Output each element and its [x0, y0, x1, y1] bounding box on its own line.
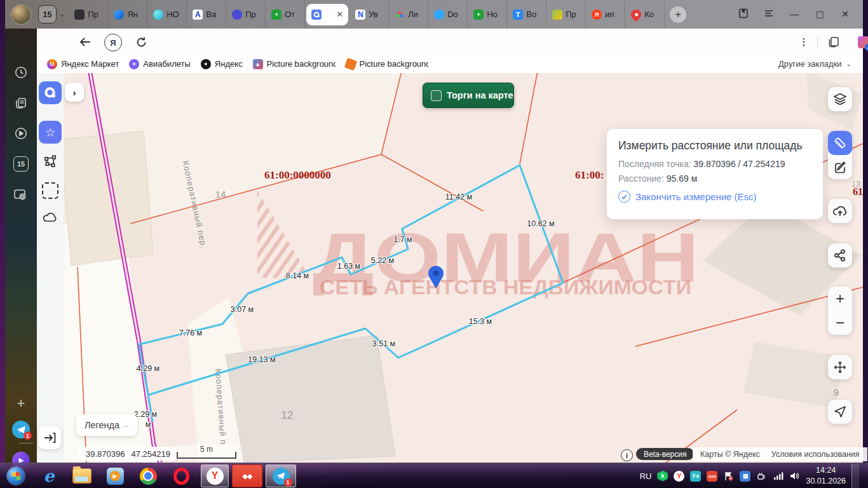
avia-icon: ✈	[129, 59, 139, 69]
back-button[interactable]	[78, 34, 93, 50]
ccy-tray-icon[interactable]: ссч	[707, 471, 717, 482]
bookmarks-bar: МЯндекс Маркет ✈Авиабилеты ✦Яндекс ▲Pict…	[37, 55, 863, 74]
chrome-icon[interactable]	[139, 466, 158, 485]
tab-counter[interactable]: 15	[38, 5, 57, 24]
browser-tab[interactable]: TВо	[507, 0, 546, 29]
browser-tab[interactable]: Пр	[546, 0, 586, 29]
internet-explorer-icon[interactable]: e	[39, 466, 58, 485]
sidebar-divider	[19, 443, 33, 444]
browser-tab[interactable]: Ко	[625, 0, 665, 29]
edit-button[interactable]	[828, 155, 852, 179]
tab-favicon	[395, 10, 405, 20]
opera-icon[interactable]	[172, 466, 191, 485]
torgi-on-map-button[interactable]: Торги на карте	[423, 83, 514, 108]
browser-tab[interactable]: Яип	[586, 0, 625, 29]
show-desktop-button[interactable]	[851, 464, 859, 488]
red-app-taskbar[interactable]: ◆◆	[232, 464, 262, 487]
locate-button[interactable]	[828, 400, 852, 424]
reload-button[interactable]	[133, 34, 149, 50]
profile-avatar[interactable]	[11, 5, 31, 24]
action-center-flag-icon[interactable]	[723, 471, 734, 482]
browser-tab[interactable]: Пр	[69, 0, 108, 29]
browser-tab[interactable]: Do	[428, 0, 468, 29]
exit-panel-button[interactable]	[38, 426, 61, 449]
cadastral-number: 61:	[853, 186, 863, 197]
more-options-icon[interactable]: ⋮	[798, 35, 810, 49]
tab-favicon	[434, 10, 444, 20]
file-explorer-icon[interactable]	[72, 466, 92, 485]
minimize-button[interactable]: —	[782, 9, 807, 19]
favorites-star-button[interactable]: ☆	[39, 121, 62, 144]
telegram-badge: 1	[24, 431, 32, 440]
browser-tab[interactable]: +От	[266, 0, 305, 29]
browser-tab[interactable]: AВа	[187, 0, 226, 29]
kaspersky-icon[interactable]: k	[657, 471, 668, 482]
taskbar-clock[interactable]: 14:24 30.01.2026	[806, 465, 846, 487]
start-button[interactable]	[6, 466, 25, 485]
extension-icon[interactable]: ✓	[855, 34, 868, 50]
browser-tab[interactable]: NУв	[349, 0, 389, 29]
telegram-icon[interactable]: 1	[5, 419, 37, 440]
add-icon[interactable]: +	[5, 393, 37, 414]
tab-favicon	[74, 10, 85, 20]
browser-tab[interactable]: Ли	[389, 0, 428, 29]
language-indicator[interactable]: RU	[640, 471, 652, 481]
video-icon[interactable]	[5, 123, 37, 144]
terms-link[interactable]: Условия использования	[771, 450, 860, 459]
market-icon: М	[47, 59, 57, 69]
share-button[interactable]	[828, 243, 852, 268]
upload-button[interactable]	[828, 199, 852, 223]
layers-button[interactable]	[828, 87, 852, 111]
yandex-tray-icon[interactable]: Y	[674, 471, 684, 482]
new-tab-button[interactable]: +	[670, 6, 686, 23]
layers-icon	[828, 87, 852, 111]
media-player-icon[interactable]: ▶	[105, 466, 125, 485]
bookmark-item[interactable]: ▲Picture background	[253, 59, 336, 69]
zoom-out-button[interactable]: −	[828, 311, 852, 335]
browser-tab-active[interactable]: ✕	[306, 4, 348, 25]
chevron-down-icon[interactable]: ⌄	[59, 10, 65, 18]
cloud-button[interactable]	[39, 206, 62, 229]
document-tray-icon[interactable]: ▤	[740, 471, 750, 482]
area-select-button[interactable]	[39, 179, 62, 202]
device-tray-icon[interactable]	[756, 471, 767, 482]
menu-icon[interactable]	[756, 9, 782, 20]
watermark-subtext: СЕТЬ АГЕНТСТВ НЕДВИЖИМОСТИ	[320, 276, 691, 299]
yandex-browser-taskbar-active[interactable]: Y	[201, 464, 229, 487]
tabs-counter-icon[interactable]: 15	[5, 153, 37, 175]
fx-tray-icon[interactable]: Fx	[690, 471, 701, 482]
expand-panel-button[interactable]: ›	[65, 83, 84, 102]
telegram-taskbar-active[interactable]: 1	[266, 464, 296, 487]
zoom-in-button[interactable]: +	[828, 287, 852, 311]
close-window-button[interactable]: ✕	[832, 9, 858, 19]
history-icon[interactable]	[5, 62, 37, 83]
browser-tab[interactable]: Пр	[226, 0, 266, 29]
ruler-button[interactable]	[828, 131, 852, 155]
maximize-button[interactable]: ▢	[807, 9, 832, 19]
yandex-services-icon[interactable]: Я	[104, 34, 122, 51]
bookmark-item[interactable]: ✈Авиабилеты	[129, 59, 190, 69]
bookmark-item[interactable]: МЯндекс Маркет	[47, 59, 119, 69]
browser-tab[interactable]: Ян	[108, 0, 147, 29]
polygon-tool-button[interactable]	[39, 150, 62, 173]
bookmark-item[interactable]: ✦Яндекс	[201, 59, 243, 69]
side-panel-icon[interactable]	[731, 8, 756, 21]
screenshot-icon[interactable]	[5, 184, 37, 205]
cloud-upload-icon	[828, 199, 852, 223]
close-icon[interactable]: ✕	[336, 10, 343, 19]
network-icon[interactable]	[773, 471, 783, 482]
browser-tab[interactable]: +Но	[468, 0, 507, 29]
legend-button[interactable]: Легенда︿	[76, 414, 137, 436]
volume-icon[interactable]	[789, 471, 800, 482]
other-bookmarks-button[interactable]: Другие закладки⌄	[778, 55, 851, 73]
collections-icon[interactable]	[826, 34, 841, 50]
bookmark-item[interactable]: Picture background	[346, 59, 428, 69]
pan-button[interactable]	[828, 355, 852, 379]
torgi-checkbox[interactable]	[431, 90, 442, 101]
site-logo[interactable]	[39, 81, 62, 104]
measure-panel-title: Измерить расстояние или площадь	[618, 139, 811, 152]
finish-measure-link[interactable]: Закончить измерение (Esc)	[618, 191, 811, 203]
info-icon[interactable]: i	[621, 449, 633, 461]
browser-tab[interactable]: НО	[147, 0, 187, 29]
collections-icon[interactable]	[5, 92, 37, 114]
